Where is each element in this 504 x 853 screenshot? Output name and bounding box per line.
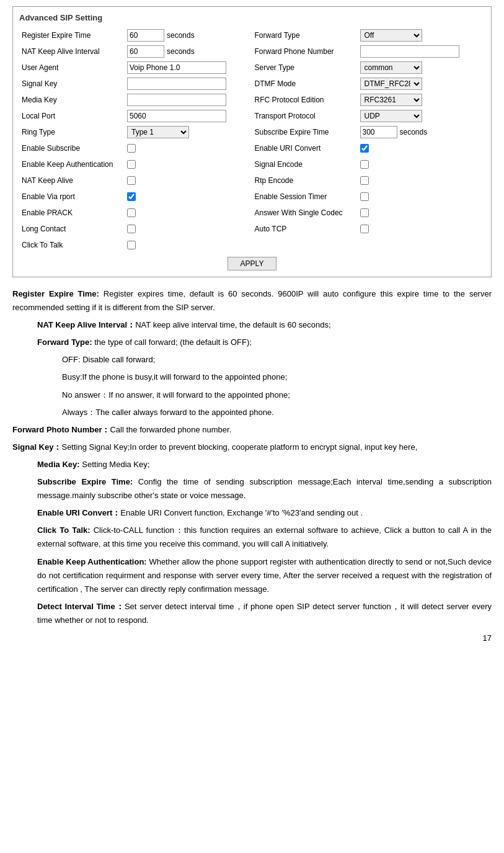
content-paragraph: Register Expire Time: Register expires t…	[12, 287, 492, 315]
unit-label: seconds	[167, 31, 195, 40]
row-field[interactable]: UDPTCP	[360, 110, 422, 122]
text-input[interactable]	[127, 110, 226, 122]
row-label: Media Key	[22, 96, 127, 104]
row-field[interactable]	[127, 61, 226, 74]
select-input[interactable]: common	[360, 61, 422, 74]
content-paragraph: Always：The caller always forward to the …	[62, 406, 492, 419]
row-label: Register Expire Time	[22, 31, 127, 40]
row-label: DTMF Mode	[255, 79, 360, 88]
row-label: Enable Subscribe	[22, 144, 127, 153]
text-input[interactable]	[360, 45, 459, 58]
settings-row: Transport ProtocolUDPTCP	[252, 108, 485, 124]
settings-row: Subscribe Expire Timeseconds	[252, 124, 485, 140]
row-field	[360, 192, 369, 201]
settings-row: Auto TCP	[252, 221, 485, 237]
select-input[interactable]: Type 1	[127, 126, 189, 138]
row-label: Ring Type	[22, 128, 127, 136]
normal-text: Click-to-CALL function：this function req…	[37, 525, 492, 548]
normal-text: Busy:If the phone is busy,it will forwar…	[62, 372, 287, 382]
settings-row: Forward Phone Number	[252, 43, 485, 60]
content-paragraph: Signal Key：Setting Signal Key;In order t…	[12, 440, 492, 454]
normal-text: the type of call forward; (the default i…	[92, 337, 252, 347]
row-label: NAT Keep Alive Interval	[22, 47, 127, 56]
settings-row: Click To Talk	[19, 237, 252, 253]
text-input[interactable]	[127, 78, 226, 90]
checkbox-input[interactable]	[360, 160, 369, 169]
checkbox-input[interactable]	[360, 225, 369, 233]
row-label: Forward Phone Number	[255, 47, 360, 56]
text-input[interactable]	[127, 29, 164, 42]
content-paragraph: Media Key: Setting Media Key;	[37, 458, 492, 471]
bold-text: Signal Key：	[12, 442, 61, 452]
checkbox-input[interactable]	[360, 176, 369, 185]
content-paragraph: Forward Photo Number：Call the forwarded …	[12, 423, 492, 437]
apply-row: APPLY	[19, 257, 485, 270]
checkbox-input[interactable]	[127, 225, 136, 233]
row-field[interactable]	[127, 94, 226, 106]
row-label: Enable PRACK	[22, 208, 127, 217]
row-field[interactable]	[360, 45, 459, 58]
text-input[interactable]	[360, 126, 397, 138]
row-label: Forward Type	[255, 31, 360, 40]
checkbox-input[interactable]	[127, 241, 136, 249]
normal-text: Call the forwarded phone number.	[110, 425, 231, 434]
content-paragraph: Detect Interval Time：Set server detect i…	[37, 600, 492, 627]
row-field[interactable]: seconds	[127, 29, 195, 42]
text-input[interactable]	[127, 94, 226, 106]
settings-row: Local Port	[19, 108, 252, 124]
row-field	[127, 176, 136, 185]
row-field	[360, 144, 369, 153]
content-paragraph: Enable Keep Authentication: Whether allo…	[37, 555, 492, 596]
checkbox-input[interactable]	[360, 144, 369, 153]
row-field	[127, 241, 136, 249]
row-label: Enable Session Timer	[255, 192, 360, 201]
normal-text: Setting Media Key;	[80, 460, 150, 469]
row-field[interactable]	[127, 110, 226, 122]
row-field[interactable]: RFC3261	[360, 94, 422, 106]
row-field	[127, 225, 136, 233]
bold-text: NAT Keep Alive Interval：	[37, 320, 135, 329]
bold-text: Enable URI Convert：	[37, 508, 120, 517]
row-field	[360, 176, 369, 185]
bold-text: Subscribe Expire Time:	[37, 477, 133, 486]
settings-row: Long Contact	[19, 221, 252, 237]
checkbox-input[interactable]	[127, 192, 136, 201]
row-field	[127, 144, 136, 153]
row-field[interactable]: DTMF_RFC2833	[360, 78, 422, 90]
settings-row: NAT Keep Alive Intervalseconds	[19, 43, 252, 60]
checkbox-input[interactable]	[360, 208, 369, 217]
row-label: Enable Via rport	[22, 192, 127, 201]
row-field[interactable]: OffBusyNo answerAlways	[360, 29, 422, 42]
content-paragraph: Click To Talk: Click-to-CALL function：th…	[37, 524, 492, 551]
settings-row: Forward TypeOffBusyNo answerAlways	[252, 27, 485, 43]
select-input[interactable]: DTMF_RFC2833	[360, 78, 422, 90]
row-label: Long Contact	[22, 225, 127, 233]
settings-row: Enable URI Convert	[252, 140, 485, 156]
normal-text: No answer：If no answer, it will forward …	[62, 390, 290, 400]
bold-text: Detect Interval Time：	[37, 602, 125, 611]
row-field[interactable]: common	[360, 61, 422, 74]
settings-grid: Register Expire TimesecondsNAT Keep Aliv…	[19, 27, 485, 253]
settings-row: Server Typecommon	[252, 60, 485, 76]
row-label: Signal Encode	[255, 160, 360, 169]
checkbox-input[interactable]	[360, 192, 369, 201]
row-field[interactable]: seconds	[127, 45, 195, 58]
select-input[interactable]: UDPTCP	[360, 110, 422, 122]
bold-text: Media Key:	[37, 460, 80, 469]
checkbox-input[interactable]	[127, 160, 136, 169]
select-input[interactable]: OffBusyNo answerAlways	[360, 29, 422, 42]
text-input[interactable]	[127, 61, 226, 74]
row-field	[360, 225, 369, 233]
row-field[interactable]: Type 1	[127, 126, 189, 138]
checkbox-input[interactable]	[127, 176, 136, 185]
apply-button[interactable]: APPLY	[228, 257, 277, 270]
checkbox-input[interactable]	[127, 144, 136, 153]
content-paragraph: No answer：If no answer, it will forward …	[62, 388, 492, 402]
page-number: 17	[12, 633, 492, 643]
row-field[interactable]: seconds	[360, 126, 428, 138]
normal-text: Always：The caller always forward to the …	[62, 408, 274, 417]
row-field[interactable]	[127, 78, 226, 90]
text-input[interactable]	[127, 45, 164, 58]
select-input[interactable]: RFC3261	[360, 94, 422, 106]
checkbox-input[interactable]	[127, 208, 136, 217]
